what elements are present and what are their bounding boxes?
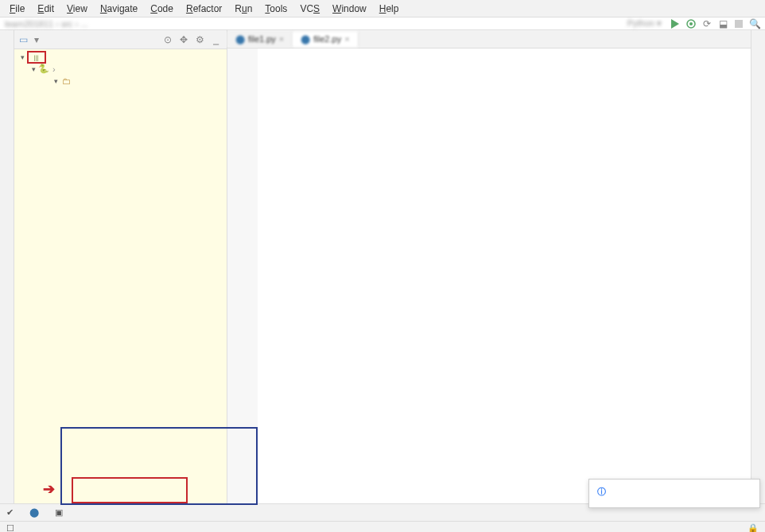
close-icon[interactable]: × — [344, 34, 349, 44]
tree-arrow[interactable]: ▾ — [29, 65, 38, 73]
svg-point-1 — [689, 22, 693, 25]
menu-refactor[interactable]: Refactor — [180, 2, 228, 16]
console-icon: ⬤ — [29, 507, 39, 518]
debug-icon[interactable] — [685, 18, 697, 29]
menu-run[interactable]: Run — [228, 2, 258, 16]
update-notification: ⓘ — [588, 479, 760, 508]
hide-icon[interactable]: ⎯ — [209, 33, 222, 46]
editor-tabs: ⬤file1.py× ⬤file2.py× — [227, 30, 751, 49]
terminal-icon: ▣ — [55, 507, 63, 518]
run-config-blurred: Python ▾ — [627, 18, 662, 29]
lock-icon[interactable]: 🔒 — [748, 523, 759, 532]
right-tool-gutter — [751, 30, 765, 503]
menu-window[interactable]: Window — [326, 2, 373, 16]
tab-terminal[interactable]: ▣ — [55, 507, 66, 518]
svg-rect-2 — [735, 20, 743, 28]
editor-area: ⬤file1.py× ⬤file2.py× — [227, 30, 751, 503]
todo-icon: ✔ — [6, 507, 14, 518]
menu-edit[interactable]: Edit — [31, 2, 60, 16]
toolbar: learn201811 › src › ... Python ▾ ⟳ ⬓ 🔍 — [0, 17, 765, 30]
gear-icon[interactable]: ⚙ — [193, 33, 206, 46]
tab-python-console[interactable]: ⬤ — [29, 507, 42, 518]
stop-icon[interactable] — [733, 18, 744, 29]
editor-tab-2[interactable]: ⬤file2.py× — [293, 32, 358, 47]
project-panel: ▭ ▾ ⊙ ✥ ⚙ ⎯ ▾ ⫼ ▾ 🐍 — [14, 30, 227, 503]
close-icon[interactable]: × — [279, 34, 284, 44]
menu-code[interactable]: Code — [144, 2, 180, 16]
tree-arrow[interactable]: ▾ — [17, 53, 27, 61]
tab-todo[interactable]: ✔ — [6, 507, 17, 518]
status-bar: ☐ 🔒 — [0, 521, 765, 532]
menu-view[interactable]: View — [60, 2, 94, 16]
expand-icon[interactable]: ✥ — [177, 33, 190, 46]
line-gutter — [227, 49, 258, 503]
left-tool-gutter — [0, 30, 14, 503]
menu-tools[interactable]: Tools — [258, 2, 293, 16]
annotation-red-arrow: ➔ — [43, 480, 55, 498]
status-icon: ☐ — [6, 523, 14, 532]
info-icon: ⓘ — [597, 486, 606, 498]
profile-icon[interactable]: ⬓ — [717, 18, 728, 29]
menu-bar: File Edit View Navigate Code Refactor Ru… — [0, 0, 765, 17]
menu-vcs[interactable]: VCS — [293, 2, 326, 16]
project-header-icon: ▭ — [19, 34, 28, 45]
folder-icon: 🗀 — [60, 76, 72, 86]
tree-arrow[interactable]: ▾ — [51, 77, 60, 85]
project-panel-header: ▭ ▾ ⊙ ✥ ⚙ ⎯ — [14, 30, 227, 49]
project-tree[interactable]: ▾ ⫼ ▾ 🐍 › ▾ 🗀 ➔ — [14, 49, 227, 503]
annotation-red-box — [72, 477, 188, 503]
code-content[interactable] — [258, 49, 751, 503]
search-icon[interactable]: 🔍 — [749, 18, 760, 29]
breadcrumb-blurred: learn201811 › src › ... — [5, 19, 88, 29]
python-icon: 🐍 — [38, 64, 49, 74]
collapse-all-icon[interactable]: ⊙ — [161, 33, 174, 46]
coverage-icon[interactable]: ⟳ — [701, 18, 713, 29]
run-icon[interactable] — [670, 18, 681, 29]
run-toolbar: ⟳ ⬓ 🔍 — [670, 18, 760, 29]
menu-navigate[interactable]: Navigate — [94, 2, 144, 16]
project-panel-dropdown-icon[interactable]: ▾ — [34, 34, 39, 45]
menu-help[interactable]: Help — [373, 2, 406, 16]
annotation-blue-box — [60, 427, 227, 503]
library-icon: ⫼ — [30, 52, 41, 62]
main-area: ▭ ▾ ⊙ ✥ ⚙ ⎯ ▾ ⫼ ▾ 🐍 — [0, 30, 765, 503]
editor-tab-1[interactable]: ⬤file1.py× — [227, 32, 293, 47]
menu-file[interactable]: File — [3, 2, 31, 16]
